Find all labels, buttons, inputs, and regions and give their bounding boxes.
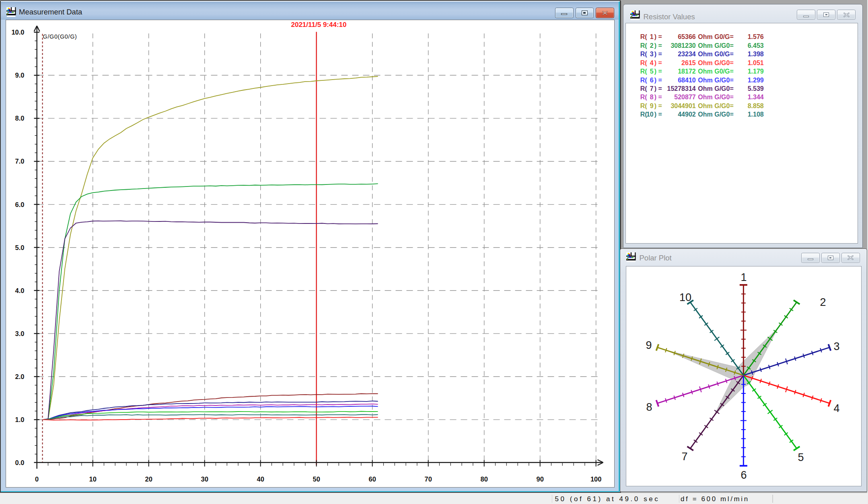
svg-text:3.0: 3.0 xyxy=(15,330,24,337)
svg-text:1.0: 1.0 xyxy=(15,416,24,423)
svg-text:3: 3 xyxy=(833,340,839,352)
svg-text:2: 2 xyxy=(820,296,826,308)
svg-text:G/G0(G0/G): G/G0(G0/G) xyxy=(43,33,77,40)
svg-text:50: 50 xyxy=(313,475,320,483)
svg-text:6: 6 xyxy=(740,469,747,481)
svg-text:1: 1 xyxy=(740,271,747,283)
svg-text:4.0: 4.0 xyxy=(15,287,24,294)
svg-text:10: 10 xyxy=(679,291,691,303)
svg-text:9.0: 9.0 xyxy=(15,72,24,79)
svg-text:9: 9 xyxy=(646,339,652,351)
svg-text:90: 90 xyxy=(536,475,543,483)
svg-text:6.0: 6.0 xyxy=(15,201,24,208)
svg-text:80: 80 xyxy=(480,475,487,483)
svg-text:40: 40 xyxy=(257,475,264,483)
svg-text:7.0: 7.0 xyxy=(15,158,24,165)
svg-text:60: 60 xyxy=(368,475,376,483)
svg-text:7: 7 xyxy=(681,451,687,463)
svg-text:8: 8 xyxy=(646,401,652,413)
svg-text:2.0: 2.0 xyxy=(15,373,24,380)
svg-text:100: 100 xyxy=(590,475,601,483)
svg-text:0: 0 xyxy=(35,475,39,483)
svg-text:10.0: 10.0 xyxy=(11,29,24,36)
svg-text:8.0: 8.0 xyxy=(15,115,24,122)
svg-text:4: 4 xyxy=(833,402,839,414)
svg-text:70: 70 xyxy=(424,475,432,483)
svg-text:5: 5 xyxy=(798,451,804,463)
svg-text:10: 10 xyxy=(89,475,96,483)
svg-text:0.0: 0.0 xyxy=(15,459,24,466)
svg-text:5.0: 5.0 xyxy=(15,244,24,251)
svg-text:20: 20 xyxy=(145,475,152,483)
svg-text:2021/11/5 9:44:10: 2021/11/5 9:44:10 xyxy=(291,21,346,29)
svg-text:30: 30 xyxy=(201,475,208,483)
